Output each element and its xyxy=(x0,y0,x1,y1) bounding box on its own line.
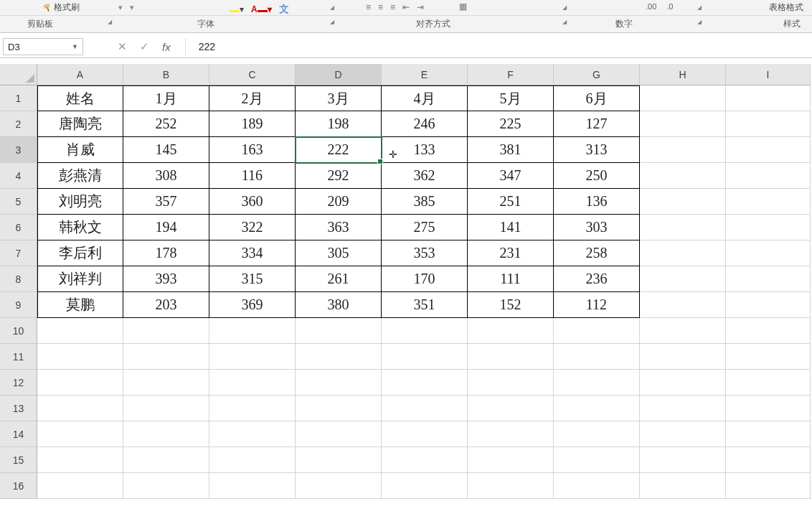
row-header-14[interactable]: 14 xyxy=(0,421,37,447)
cell-E7[interactable]: 353 xyxy=(382,240,468,266)
cell-H9[interactable] xyxy=(640,292,726,318)
cancel-icon[interactable]: ✕ xyxy=(118,40,127,53)
font-group-dialog-launcher-icon[interactable]: ◢ xyxy=(330,19,334,25)
col-header-B[interactable]: B xyxy=(123,64,209,85)
row-header-8[interactable]: 8 xyxy=(0,266,37,292)
cell-B14[interactable] xyxy=(123,421,209,447)
col-header-E[interactable]: E xyxy=(382,64,468,85)
cell-H3[interactable] xyxy=(640,137,726,163)
cell-D5[interactable]: 209 xyxy=(296,189,382,215)
cell-B8[interactable]: 393 xyxy=(123,266,209,292)
cell-D16[interactable] xyxy=(296,473,382,499)
cell-B11[interactable] xyxy=(123,344,209,370)
cell-F11[interactable] xyxy=(468,344,554,370)
col-header-C[interactable]: C xyxy=(209,64,296,85)
cell-C14[interactable] xyxy=(209,421,296,447)
cell-E16[interactable] xyxy=(382,473,468,499)
cell-F6[interactable]: 141 xyxy=(468,215,554,240)
cell-C11[interactable] xyxy=(209,344,296,370)
cell-G14[interactable] xyxy=(554,421,640,447)
clipboard-dialog-launcher-icon[interactable]: ◢ xyxy=(108,19,112,25)
cell-D2[interactable]: 198 xyxy=(296,111,382,137)
indent-increase-icon[interactable]: ⇥ xyxy=(417,2,424,12)
row-header-9[interactable]: 9 xyxy=(0,292,37,318)
cell-I4[interactable] xyxy=(726,163,811,189)
increase-decimal-icon[interactable]: .0 xyxy=(666,2,673,11)
col-header-H[interactable]: H xyxy=(640,64,726,85)
col-header-I[interactable]: I xyxy=(726,64,811,85)
cell-G16[interactable] xyxy=(554,473,640,499)
cell-C4[interactable]: 116 xyxy=(209,163,296,189)
cell-I2[interactable] xyxy=(726,111,811,137)
cell-D8[interactable]: 261 xyxy=(296,266,382,292)
cell-C5[interactable]: 360 xyxy=(209,189,296,215)
cell-G1[interactable]: 6月 xyxy=(554,85,640,111)
cell-D11[interactable] xyxy=(296,344,382,370)
cell-C2[interactable]: 189 xyxy=(209,111,296,137)
cell-C13[interactable] xyxy=(209,396,296,421)
cell-F7[interactable]: 231 xyxy=(468,240,554,266)
cell-F2[interactable]: 225 xyxy=(468,111,554,137)
cell-C9[interactable]: 369 xyxy=(209,292,296,318)
cell-C1[interactable]: 2月 xyxy=(209,85,296,111)
cell-I9[interactable] xyxy=(726,292,811,318)
cell-A10[interactable] xyxy=(37,318,123,344)
alignment-group-dialog-launcher-icon[interactable]: ◢ xyxy=(562,19,567,25)
cell-G9[interactable]: 112 xyxy=(554,292,640,318)
cell-F10[interactable] xyxy=(468,318,554,344)
cell-H15[interactable] xyxy=(640,447,726,473)
row-header-7[interactable]: 7 xyxy=(0,240,37,266)
cell-H5[interactable] xyxy=(640,189,726,215)
cell-H11[interactable] xyxy=(640,344,726,370)
cell-E11[interactable] xyxy=(382,344,468,370)
merge-cells-button[interactable]: ▦ xyxy=(459,1,470,11)
cell-D7[interactable]: 305 xyxy=(296,240,382,266)
cell-G3[interactable]: 313 xyxy=(554,137,640,163)
cell-B15[interactable] xyxy=(123,447,209,473)
cell-D12[interactable] xyxy=(296,370,382,396)
cell-F13[interactable] xyxy=(468,396,554,421)
cell-B3[interactable]: 145 xyxy=(123,137,209,163)
confirm-icon[interactable]: ✓ xyxy=(140,40,149,53)
cell-E8[interactable]: 170 xyxy=(382,266,468,292)
cell-E3[interactable]: 133 xyxy=(382,137,468,163)
cell-B7[interactable]: 178 xyxy=(123,240,209,266)
name-box[interactable]: D3 ▼ xyxy=(3,38,83,55)
cell-F1[interactable]: 5月 xyxy=(468,85,554,111)
cell-D1[interactable]: 3月 xyxy=(296,85,382,111)
cell-G11[interactable] xyxy=(554,344,640,370)
cell-G4[interactable]: 250 xyxy=(554,163,640,189)
cell-A9[interactable]: 莫鹏 xyxy=(37,292,123,318)
cell-B2[interactable]: 252 xyxy=(123,111,209,137)
cell-A7[interactable]: 李后利 xyxy=(37,240,123,266)
cell-G10[interactable] xyxy=(554,318,640,344)
fill-color-button[interactable]: ▾ xyxy=(230,4,244,14)
cell-D3[interactable]: 222 xyxy=(296,137,382,163)
cell-H14[interactable] xyxy=(640,421,726,447)
number-dialog-launcher-icon[interactable]: ◢ xyxy=(697,4,702,11)
cell-A3[interactable]: 肖威 xyxy=(37,137,123,163)
cell-I7[interactable] xyxy=(726,240,811,266)
cell-I8[interactable] xyxy=(726,266,811,292)
cell-D14[interactable] xyxy=(296,421,382,447)
cell-C10[interactable] xyxy=(209,318,296,344)
cell-F14[interactable] xyxy=(468,421,554,447)
row-header-10[interactable]: 10 xyxy=(0,318,37,344)
cell-A8[interactable]: 刘祥判 xyxy=(37,266,123,292)
format-painter-button[interactable]: 格式刷 xyxy=(43,1,80,14)
cell-E12[interactable] xyxy=(382,370,468,396)
cell-C12[interactable] xyxy=(209,370,296,396)
row-header-15[interactable]: 15 xyxy=(0,447,37,473)
cell-B9[interactable]: 203 xyxy=(123,292,209,318)
cell-B1[interactable]: 1月 xyxy=(123,85,209,111)
cell-G7[interactable]: 258 xyxy=(554,240,640,266)
cell-I1[interactable] xyxy=(726,85,811,111)
cell-A12[interactable] xyxy=(37,370,123,396)
align-right-icon[interactable]: ≡ xyxy=(390,2,395,12)
cell-H6[interactable] xyxy=(640,215,726,240)
cell-H1[interactable] xyxy=(640,85,726,111)
cell-G5[interactable]: 136 xyxy=(554,189,640,215)
cell-B13[interactable] xyxy=(123,396,209,421)
decrease-decimal-icon[interactable]: .00 xyxy=(646,2,656,11)
dropdown-icon[interactable]: ▾ xyxy=(118,3,123,12)
